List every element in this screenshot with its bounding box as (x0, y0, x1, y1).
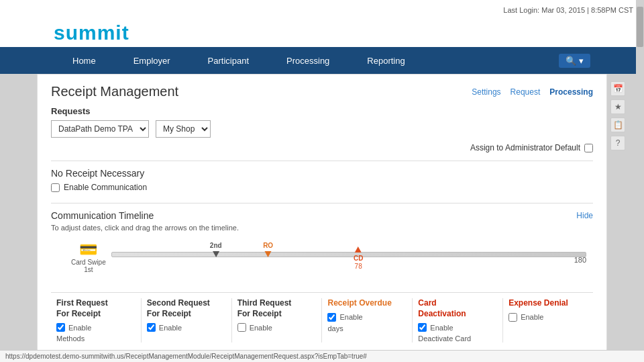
columns-row: First RequestFor Receipt Enable Methods … (51, 292, 593, 343)
no-receipt-title: No Receipt Necessary (51, 168, 593, 179)
days-label: days (327, 324, 407, 332)
assign-label: Assign to Administrator Default (470, 143, 580, 152)
enable-third-label: Enable (250, 324, 272, 332)
dropdowns-row: DataPath Demo TPA My Shop (51, 120, 593, 138)
logo: summit (54, 19, 161, 48)
enable-first-checkbox[interactable] (56, 323, 65, 332)
scrollbar-thumb[interactable] (637, 7, 643, 47)
col-third-request: Third RequestFor Receipt Enable (232, 298, 323, 343)
col-title-deactivation: CardDeactivation (418, 298, 497, 319)
settings-link[interactable]: Settings (472, 87, 500, 97)
col-expense-denial: Expense Denial Enable (503, 298, 593, 343)
enable-overdue-label: Enable (339, 313, 362, 321)
enable-third-checkbox[interactable] (237, 323, 246, 332)
enable-denial-checkbox[interactable] (508, 313, 517, 322)
url-text: https://dpdemotest.demo-summitwith.us/Re… (5, 353, 367, 360)
assign-row: Assign to Administrator Default (51, 143, 593, 152)
enable-second-label: Enable (159, 324, 182, 332)
shop-dropdown[interactable]: My Shop (156, 120, 211, 138)
star-icon[interactable]: ★ (610, 99, 625, 114)
card-swipe-num: 1st (71, 266, 106, 273)
assign-checkbox[interactable] (584, 144, 593, 152)
timeline-track[interactable] (111, 252, 586, 257)
enable-row-denial: Enable (508, 313, 588, 322)
card-swipe-label: Card Swipe (71, 259, 106, 266)
page-title-row: Receipt Management Settings Request Proc… (51, 84, 593, 99)
timeline-container: 💳 Card Swipe 1st 2nd RO CD 78 180 (51, 237, 593, 284)
enable-row-second: Enable (147, 323, 226, 332)
tpa-dropdown[interactable]: DataPath Demo TPA (51, 120, 149, 138)
nav-reporting[interactable]: Reporting (348, 47, 423, 74)
enable-denial-label: Enable (521, 313, 543, 321)
deactivate-card-label: Deactivate Card (418, 334, 497, 343)
svg-text:summit: summit (54, 21, 129, 44)
help-icon[interactable]: ? (610, 136, 625, 150)
url-bar: https://dpdemotest.demo-summitwith.us/Re… (0, 350, 644, 362)
marker-2nd[interactable]: 2nd (210, 240, 222, 259)
col-title-second: Second RequestFor Receipt (147, 298, 226, 319)
nav-bar: Home Employer Participant Processing Rep… (0, 47, 644, 74)
nav-employer[interactable]: Employer (115, 47, 189, 74)
col-title-denial: Expense Denial (508, 298, 588, 309)
enable-row-deactivation: Enable (418, 323, 497, 332)
enable-comm-label: Enable Communication (64, 183, 147, 192)
logo-area: summit (0, 20, 644, 47)
title-links: Settings Request Processing (472, 87, 593, 97)
top-bar: Last Login: Mar 03, 2015 | 8:58PM CST (0, 0, 644, 20)
timeline-end: 180 (574, 256, 586, 264)
request-link[interactable]: Request (511, 87, 541, 97)
timeline-desc: To adjust dates, click and drag the arro… (51, 224, 593, 232)
nav-home[interactable]: Home (54, 47, 115, 74)
last-login-text: Last Login: Mar 03, 2015 | 8:58PM CST (503, 6, 633, 14)
nav-participant[interactable]: Participant (189, 47, 268, 74)
timeline-title: Communication Timeline (51, 210, 154, 221)
col-title-first: First RequestFor Receipt (56, 298, 136, 319)
scrollbar[interactable] (636, 0, 644, 343)
page-title: Receipt Management (51, 84, 178, 99)
col-title-third: Third RequestFor Receipt (237, 298, 317, 319)
enable-first-label: Enable (68, 324, 91, 332)
enable-comm-checkbox[interactable] (51, 183, 60, 192)
marker-cd[interactable]: CD 78 (354, 246, 363, 270)
methods-label-first: Methods (56, 334, 136, 343)
col-title-overdue: Receipt Overdue (327, 298, 407, 309)
enable-overdue-checkbox[interactable] (327, 313, 336, 322)
requests-label: Requests (51, 106, 593, 116)
col-receipt-overdue: Receipt Overdue Enable days (322, 298, 413, 343)
nav-processing[interactable]: Processing (268, 47, 348, 74)
enable-row-overdue: Enable (327, 313, 407, 322)
enable-row-first: Enable (56, 323, 136, 332)
copy-icon[interactable]: 📋 (610, 118, 625, 132)
enable-second-checkbox[interactable] (147, 323, 156, 332)
nav-search-button[interactable]: 🔍 ▾ (559, 54, 590, 68)
card-swipe-marker: 💳 Card Swipe 1st (71, 241, 106, 273)
col-card-deactivation: CardDeactivation Enable Deactivate Card (413, 298, 503, 343)
marker-ro[interactable]: RO (263, 240, 273, 259)
processing-link[interactable]: Processing (549, 87, 593, 97)
enable-row-third: Enable (237, 323, 317, 332)
enable-deactivation-checkbox[interactable] (418, 323, 427, 332)
enable-deactivation-label: Enable (430, 324, 453, 332)
calendar-icon[interactable]: 📅 (610, 81, 625, 96)
enable-comm-row: Enable Communication (51, 183, 593, 192)
timeline-header: Communication Timeline Hide (51, 210, 593, 221)
col-second-request: Second RequestFor Receipt Enable (142, 298, 232, 343)
col-first-request: First RequestFor Receipt Enable Methods (51, 298, 142, 343)
hide-link[interactable]: Hide (576, 211, 593, 220)
